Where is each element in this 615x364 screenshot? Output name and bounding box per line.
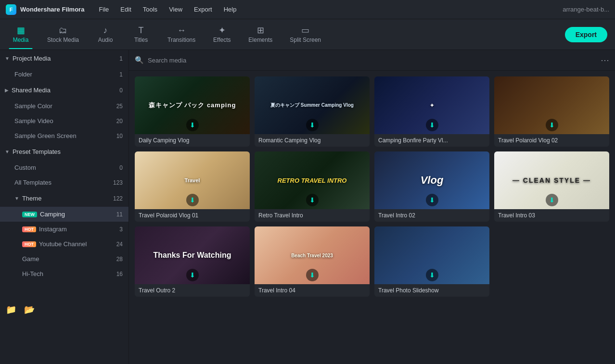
export-button[interactable]: Export [565, 27, 607, 42]
thumb-text: Travel [141, 177, 244, 183]
menu-bar: FileEditToolsViewExportHelp [94, 4, 563, 15]
download-icon[interactable]: ⬇ [186, 119, 199, 131]
top-bar: F Wondershare Filmora FileEditToolsViewE… [0, 0, 615, 19]
sidebar-item-sample-video[interactable]: Sample Video 20 [0, 113, 128, 128]
app-logo-icon: F [6, 4, 16, 15]
card-thumbnail: ✦ ⬇ [374, 76, 489, 134]
badge-hot-youtube: Hot [22, 241, 36, 247]
card-thumbnail: Vlog ⬇ [374, 151, 489, 209]
media-grid: 森キャンプ パック camping ⬇ Daily Camping Vlog 夏… [129, 71, 615, 364]
download-icon[interactable]: ⬇ [306, 194, 319, 206]
card-label: Romantic Camping Vlog [255, 134, 370, 147]
media-card[interactable]: Beach Travel 2023 ⬇ Travel Intro 04 [255, 226, 370, 297]
download-icon[interactable]: ⬇ [186, 269, 199, 281]
thumb-text: ✦ [380, 102, 484, 109]
menu-item-export[interactable]: Export [189, 4, 217, 15]
menu-item-file[interactable]: File [94, 4, 114, 15]
media-card[interactable]: Vlog ⬇ Travel Intro 02 [374, 151, 489, 222]
download-icon[interactable]: ⬇ [546, 194, 558, 206]
card-label: Travel Photo Slideshow [374, 284, 489, 297]
app-logo: F Wondershare Filmora [6, 4, 84, 15]
grid-toggle-icon[interactable]: ⋯ [601, 55, 609, 65]
elements-label: Elements [248, 37, 272, 43]
download-icon[interactable]: ⬇ [426, 119, 438, 131]
sidebar-item-custom[interactable]: Custom 0 [0, 160, 128, 175]
search-bar: 🔍 ⋯ [129, 50, 615, 71]
new-folder-icon[interactable]: 📁 [6, 304, 16, 315]
card-label: Travel Polaroid Vlog 02 [494, 134, 609, 147]
stock-media-label: Stock Media [47, 37, 79, 43]
sidebar-item-sample-color[interactable]: Sample Color 25 [0, 99, 128, 113]
card-thumbnail: Beach Travel 2023 ⬇ [255, 226, 370, 284]
sidebar-item-game[interactable]: Game 28 [0, 251, 128, 266]
toolbar-item-media[interactable]: ▦ Media [4, 23, 38, 46]
card-label: Travel Outro 2 [135, 284, 250, 297]
sidebar-item-youtube[interactable]: Hot Youtube Channel 24 [0, 237, 128, 251]
sidebar-section-theme[interactable]: ▼ Theme 122 [0, 190, 128, 207]
thumb-text: 森キャンプ パック camping [141, 101, 244, 110]
card-thumbnail: 夏のキャンプ Summer Camping Vlog ⬇ [255, 76, 370, 134]
toolbar-item-transitions[interactable]: ↔ Transitions [160, 23, 203, 46]
media-card[interactable]: Thanks For Watching ⬇ Travel Outro 2 [135, 226, 250, 297]
menu-item-tools[interactable]: Tools [138, 4, 162, 15]
download-icon[interactable]: ⬇ [186, 194, 199, 206]
card-thumbnail: RETRO TRAVEL INTRO ⬇ [255, 151, 370, 209]
audio-icon: ♪ [103, 26, 108, 35]
media-card[interactable]: ✦ ⬇ Camping Bonfire Party Vl... [374, 76, 489, 147]
search-input[interactable] [148, 57, 597, 64]
media-card[interactable]: ⬇ Travel Polaroid Vlog 02 [494, 76, 609, 147]
badge-hot-instagram: Hot [22, 226, 36, 232]
app-name: Wondershare Filmora [20, 6, 84, 13]
sidebar-section-project-media[interactable]: ▼ Project Media 1 [0, 50, 128, 67]
elements-icon: ⊞ [257, 26, 264, 35]
sidebar-section-shared-media[interactable]: ▶ Shared Media 0 [0, 82, 128, 99]
effects-label: Effects [213, 37, 231, 43]
download-icon[interactable]: ⬇ [546, 119, 558, 131]
thumb-text: — CLEAN STYLE — [500, 176, 603, 184]
toolbar-item-audio[interactable]: ♪ Audio [89, 23, 122, 46]
media-card[interactable]: 森キャンプ パック camping ⬇ Daily Camping Vlog [135, 76, 250, 147]
menu-item-view[interactable]: View [164, 4, 187, 15]
media-card[interactable]: ⬇ Travel Photo Slideshow [374, 226, 489, 297]
sidebar-item-all-templates[interactable]: All Templates 123 [0, 175, 128, 190]
menu-item-help[interactable]: Help [219, 4, 242, 15]
media-icon: ▦ [17, 26, 25, 35]
download-icon[interactable]: ⬇ [306, 269, 319, 281]
sidebar-item-folder[interactable]: Folder 1 [0, 67, 128, 82]
card-label: Travel Intro 04 [255, 284, 370, 297]
media-card[interactable]: 夏のキャンプ Summer Camping Vlog ⬇ Romantic Ca… [255, 76, 370, 147]
sidebar-item-instagram[interactable]: Hot Instagram 3 [0, 222, 128, 237]
toolbar-item-effects[interactable]: ✦ Effects [205, 23, 239, 46]
search-icon: 🔍 [135, 56, 144, 64]
add-folder-icon[interactable]: 📂 [24, 304, 35, 315]
card-label: Travel Polaroid Vlog 01 [135, 209, 250, 222]
card-thumbnail: Travel ⬇ [135, 151, 250, 209]
download-icon[interactable]: ⬇ [426, 269, 438, 281]
card-thumbnail: — CLEAN STYLE — ⬇ [494, 151, 609, 209]
media-card[interactable]: Travel ⬇ Travel Polaroid Vlog 01 [135, 151, 250, 222]
thumb-text: 夏のキャンプ Summer Camping Vlog [260, 102, 364, 109]
menu-item-edit[interactable]: Edit [115, 4, 136, 15]
media-card[interactable]: — CLEAN STYLE — ⬇ Travel Intro 03 [494, 151, 609, 222]
media-card[interactable]: RETRO TRAVEL INTRO ⬇ Retro Travel Intro [255, 151, 370, 222]
download-icon[interactable]: ⬇ [306, 119, 319, 131]
thumb-text: Thanks For Watching [141, 251, 244, 261]
card-thumbnail: Thanks For Watching ⬇ [135, 226, 250, 284]
sidebar-section-preset-templates[interactable]: ▼ Preset Templates [0, 143, 128, 160]
toolbar-item-titles[interactable]: T Titles [124, 23, 158, 46]
toolbar-item-stock-media[interactable]: 🗂 Stock Media [39, 23, 87, 46]
split-screen-icon: ▭ [301, 26, 309, 35]
arrow-right-icon: ▶ [5, 88, 9, 93]
thumb-text: Vlog [380, 174, 484, 187]
sidebar-item-hi-tech[interactable]: Hi-Tech 16 [0, 266, 128, 281]
download-icon[interactable]: ⬇ [426, 194, 438, 206]
titles-icon: T [139, 26, 144, 35]
toolbar-item-split-screen[interactable]: ▭ Split Screen [282, 23, 329, 46]
sidebar-item-camping[interactable]: New Camping 11 [0, 207, 128, 222]
audio-label: Audio [98, 37, 113, 43]
stock-media-icon: 🗂 [59, 26, 67, 35]
toolbar-item-elements[interactable]: ⊞ Elements [241, 23, 280, 46]
sidebar-item-sample-green-screen[interactable]: Sample Green Screen 10 [0, 128, 128, 143]
card-thumbnail: ⬇ [494, 76, 609, 134]
arrow-down-icon: ▼ [5, 149, 10, 154]
